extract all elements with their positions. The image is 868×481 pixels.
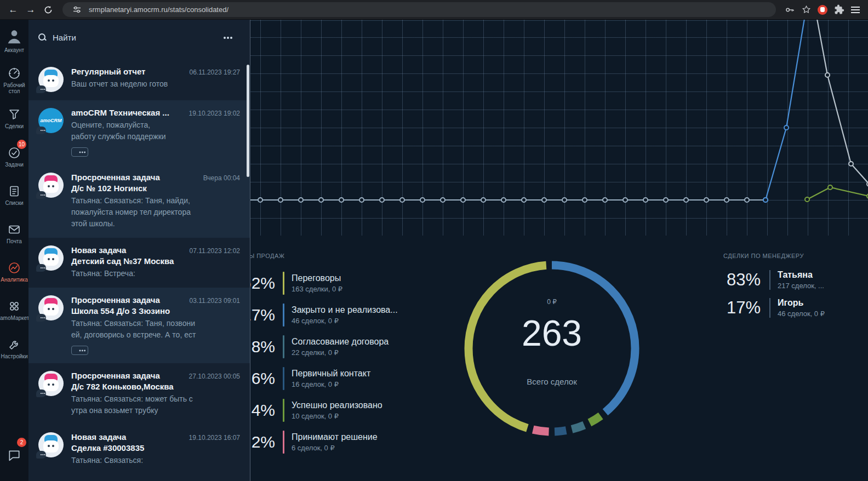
notification-avatar	[38, 371, 64, 396]
sidebar-item-market[interactable]: amoМаркет	[0, 291, 28, 330]
chat-bubble-badge-icon	[36, 390, 46, 397]
sidebar-item-account[interactable]: Аккаунт	[0, 20, 28, 61]
password-key-icon[interactable]	[783, 3, 797, 17]
notification-time: 27.10.2023 00:05	[189, 373, 240, 380]
sidebar-chat-button[interactable]: 2	[0, 436, 28, 474]
stage-label: Успешно реализовано	[292, 400, 382, 410]
notification-subtitle: Школа 554 Д/о 3 Зюзино	[71, 306, 240, 316]
data-point	[542, 198, 546, 202]
manager-row[interactable]: 83% Татьяна 217 сделок, ...	[723, 270, 868, 290]
notification-text: Татьяна: Связаться: Таня, найди, пожалуй…	[71, 195, 240, 230]
sidebar-item-lists[interactable]: Списки	[0, 176, 28, 215]
panel-menu-button[interactable]	[224, 37, 240, 39]
search-input[interactable]	[53, 33, 218, 42]
extensions-puzzle-icon[interactable]	[832, 3, 846, 17]
notification-time: 03.11.2023 09:01	[189, 297, 240, 305]
data-point	[745, 198, 749, 202]
notification-item[interactable]: Регулярный отчет 06.11.2023 19:27 Ваш от…	[28, 59, 250, 100]
deals-donut-chart[interactable]: 0 ₽ 263 Всего сделок	[459, 255, 645, 442]
notification-time: 19.10.2023 16:07	[189, 434, 240, 442]
notification-time: Вчера 00:04	[203, 174, 240, 182]
sidebar-item-tasks[interactable]: Задачи 10	[0, 138, 28, 176]
notification-subtitle: Д/с № 102 Ногинск	[71, 184, 240, 193]
notification-body: Просроченная задача 03.11.2023 09:01 Шко…	[71, 295, 240, 355]
notification-body: Просроченная задача Вчера 00:04 Д/с № 10…	[71, 173, 240, 230]
expand-more-button[interactable]	[71, 346, 88, 355]
account-icon	[5, 27, 23, 45]
manager-percent: 83%	[723, 270, 761, 290]
site-info-icon[interactable]	[70, 3, 84, 17]
robot-eyes	[48, 185, 50, 187]
data-point	[684, 198, 688, 202]
managers-section-title: СДЕЛКИ ПО МЕНЕДЖЕРУ	[723, 253, 868, 259]
notification-item[interactable]: Просроченная задача 03.11.2023 09:01 Шко…	[28, 288, 250, 363]
search-icon	[38, 33, 47, 42]
notifications-panel: Регулярный отчет 06.11.2023 19:27 Ваш от…	[28, 20, 250, 481]
notification-text: Татьяна: Встреча:	[71, 268, 240, 279]
data-point	[522, 198, 526, 202]
notification-item[interactable]: Просроченная задача Вчера 00:04 Д/с № 10…	[28, 165, 250, 238]
forward-button[interactable]: →	[23, 2, 38, 18]
manager-info: Татьяна 217 сделок, ...	[769, 270, 824, 290]
data-point	[258, 198, 262, 202]
robot-eyes	[48, 79, 50, 82]
notification-body: Регулярный отчет 06.11.2023 19:27 Ваш от…	[71, 67, 240, 92]
expand-more-button[interactable]	[71, 147, 88, 157]
deals-funnel-icon	[8, 108, 21, 121]
stage-color-bar	[283, 304, 284, 327]
sidebar-item-deals[interactable]: Сделки	[0, 100, 28, 138]
notifications-header	[28, 20, 250, 51]
notification-item[interactable]: Просроченная задача 27.10.2023 00:05 Д/с…	[28, 363, 250, 425]
mail-envelope-icon	[8, 223, 21, 236]
sidebar-item-settings[interactable]: Настройки	[0, 330, 28, 368]
manager-info: Игорь 46 сделок, 0 ₽	[769, 298, 825, 318]
sidebar-item-desktop[interactable]: Рабочий стол	[0, 61, 28, 100]
data-point	[849, 162, 853, 166]
browser-menu-icon[interactable]	[848, 3, 863, 17]
data-point	[583, 198, 587, 202]
notification-list: Регулярный отчет 06.11.2023 19:27 Ваш от…	[28, 59, 250, 481]
screen: ← → srmplanetaryi.amocrm.ru/stats/consol…	[0, 0, 868, 481]
robot-face	[43, 181, 59, 193]
notification-item[interactable]: Новая задача 19.10.2023 16:07 Сделка #30…	[28, 425, 250, 474]
notification-title: Просроченная задача	[71, 173, 160, 182]
data-point	[319, 198, 323, 202]
bookmark-star-icon[interactable]	[799, 3, 813, 17]
panel-scrollbar-thumb[interactable]	[247, 65, 249, 177]
notification-item[interactable]: Новая задача 07.11.2023 12:02 Детский са…	[28, 238, 250, 288]
back-button[interactable]: ←	[5, 2, 21, 18]
data-point	[724, 198, 729, 202]
stage-detail: 22 сделки, 0 ₽	[292, 348, 389, 357]
reload-button[interactable]	[41, 2, 56, 18]
stage-label: Закрыто и не реализова...	[292, 305, 398, 315]
adblock-extension-icon[interactable]	[815, 3, 830, 17]
amocrm-logo: amoCRM	[38, 118, 64, 123]
robot-face	[43, 75, 59, 87]
url-text[interactable]: srmplanetaryi.amocrm.ru/stats/consolidat…	[89, 5, 229, 14]
notification-item[interactable]: amoCRM amoCRM Техническая ... 19.10.2023…	[28, 100, 250, 165]
stage-color-bar	[283, 367, 284, 390]
data-point	[278, 198, 283, 202]
chat-bubble-badge-icon	[36, 191, 46, 199]
chat-bubble-badge-icon	[36, 127, 46, 134]
manager-detail: 46 сделок, 0 ₽	[778, 310, 825, 318]
notification-title: Просроченная задача	[71, 371, 160, 380]
data-point	[805, 197, 809, 202]
sidebar-item-mail[interactable]: Почта	[0, 215, 28, 253]
stage-color-bar	[283, 272, 284, 295]
manager-row[interactable]: 17% Игорь 46 сделок, 0 ₽	[723, 298, 868, 318]
chat-badge: 2	[17, 438, 26, 447]
address-bar[interactable]: srmplanetaryi.amocrm.ru/stats/consolidat…	[62, 2, 776, 17]
donut-total-value: 263	[459, 312, 645, 354]
sidebar-item-analytics[interactable]: Аналитика	[0, 253, 28, 291]
data-point	[704, 198, 709, 202]
stage-detail: 10 сделок, 0 ₽	[292, 412, 382, 420]
notification-avatar	[38, 245, 64, 271]
stage-info: Принимают решение 6 сделок, 0 ₽	[292, 432, 378, 452]
stage-detail: 16 сделок, 0 ₽	[292, 380, 370, 388]
robot-eyes	[48, 258, 50, 260]
donut-sum-label: 0 ₽	[459, 298, 645, 306]
sidebar-item-label: Задачи	[5, 162, 24, 168]
data-point	[461, 198, 465, 202]
stage-detail: 46 сделок, 0 ₽	[292, 317, 398, 325]
